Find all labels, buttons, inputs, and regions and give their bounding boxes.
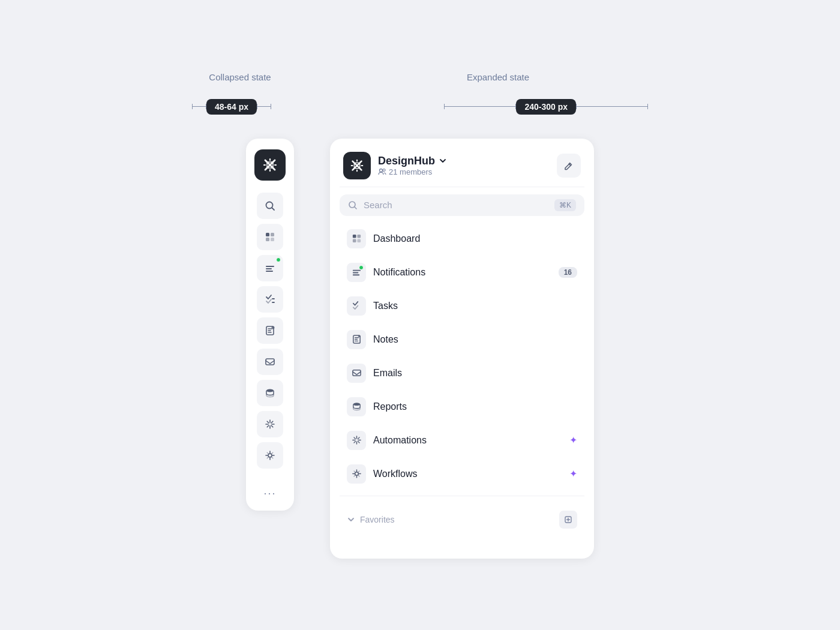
notifications-dot — [359, 265, 364, 270]
search-icon — [348, 200, 358, 210]
automations-icon-btn[interactable] — [257, 411, 283, 437]
svg-rect-19 — [357, 235, 361, 238]
expanded-dim-line-right — [576, 106, 648, 107]
workflows-sparkle: ✦ — [569, 468, 577, 479]
svg-point-28 — [353, 403, 359, 406]
svg-rect-6 — [266, 266, 274, 267]
nav-item-reports[interactable]: Reports — [340, 391, 584, 422]
workflows-icon-btn[interactable] — [257, 442, 283, 469]
workflows-label: Workflows — [373, 469, 562, 479]
expanded-dim-line-left — [444, 106, 516, 107]
svg-point-10 — [272, 326, 275, 329]
reports-icon — [347, 397, 366, 416]
notifications-icon-btn[interactable] — [257, 255, 283, 281]
notes-icon — [347, 330, 366, 349]
nav-item-automations[interactable]: Automations ✦ — [340, 425, 584, 456]
svg-point-15 — [380, 169, 383, 172]
chevron-down-icon — [347, 515, 355, 524]
svg-rect-8 — [266, 271, 273, 272]
collapsed-state-label: Collapsed state — [192, 72, 288, 82]
sidebar-header: DesignHub 21 members — [340, 149, 584, 187]
page-wrapper: Collapsed state Expanded state 48-64 px … — [0, 36, 840, 595]
svg-rect-18 — [352, 235, 356, 238]
expanded-dim-pill: 240-300 px — [516, 99, 576, 115]
svg-point-12 — [266, 389, 274, 392]
svg-rect-4 — [266, 238, 269, 241]
org-info: DesignHub 21 members — [378, 155, 447, 176]
automations-icon — [347, 431, 366, 450]
tasks-label: Tasks — [373, 301, 577, 311]
favorites-label: Favorites — [360, 515, 554, 524]
dashboard-icon-btn[interactable] — [257, 224, 283, 250]
svg-rect-5 — [271, 238, 274, 241]
sidebars-row: ··· DesignHub — [246, 139, 594, 559]
nav-item-tasks[interactable]: Tasks — [340, 290, 584, 322]
nav-item-dashboard[interactable]: Dashboard — [340, 223, 584, 254]
notification-dot — [276, 257, 281, 262]
tasks-icon — [347, 296, 366, 316]
search-placeholder: Search — [364, 200, 548, 210]
expanded-dimension: 240-300 px — [444, 99, 648, 115]
search-icon-btn[interactable] — [257, 193, 283, 219]
notifications-icon — [347, 263, 366, 282]
org-name[interactable]: DesignHub — [378, 155, 447, 167]
logo-expanded — [343, 152, 371, 179]
notes-icon-btn[interactable] — [257, 317, 283, 344]
automations-sparkle: ✦ — [569, 434, 577, 446]
nav-item-workflows[interactable]: Workflows ✦ — [340, 458, 584, 490]
notes-label: Notes — [373, 334, 577, 345]
org-members: 21 members — [378, 167, 447, 176]
svg-rect-2 — [266, 233, 269, 236]
search-bar[interactable]: Search ⌘K — [340, 194, 584, 216]
tasks-icon-btn[interactable] — [257, 286, 283, 313]
header-left: DesignHub 21 members — [343, 152, 447, 179]
reports-icon-btn[interactable] — [257, 380, 283, 406]
divider — [340, 496, 584, 496]
nav-item-emails[interactable]: Emails — [340, 358, 584, 389]
logo-collapsed — [254, 149, 286, 181]
collapsed-dim-line-right — [257, 106, 271, 107]
collapsed-dimension: 48-64 px — [192, 99, 271, 115]
automations-label: Automations — [373, 435, 562, 446]
svg-rect-3 — [271, 233, 274, 236]
nav-item-notifications[interactable]: Notifications 16 — [340, 257, 584, 288]
add-favorites-button[interactable] — [559, 511, 577, 529]
svg-rect-7 — [266, 268, 272, 269]
dimension-row: 48-64 px 240-300 px — [192, 99, 648, 115]
favorites-row[interactable]: Favorites — [340, 505, 584, 535]
dashboard-label: Dashboard — [373, 233, 577, 244]
emails-icon-btn[interactable] — [257, 349, 283, 375]
dashboard-icon — [347, 229, 366, 248]
svg-rect-24 — [352, 274, 359, 275]
svg-point-13 — [268, 454, 272, 457]
notifications-label: Notifications — [373, 267, 551, 278]
workflows-icon — [347, 464, 366, 484]
emails-icon — [347, 364, 366, 383]
svg-rect-23 — [352, 272, 358, 274]
labels-row: Collapsed state Expanded state — [192, 72, 648, 82]
svg-point-16 — [383, 169, 385, 172]
more-icon[interactable]: ··· — [263, 487, 276, 500]
sidebar-collapsed: ··· — [246, 139, 294, 511]
search-shortcut: ⌘K — [554, 199, 576, 211]
nav-item-notes[interactable]: Notes — [340, 324, 584, 355]
svg-point-1 — [266, 202, 273, 208]
notifications-badge: 16 — [559, 267, 577, 278]
emails-label: Emails — [373, 368, 577, 379]
svg-rect-22 — [352, 270, 360, 271]
expanded-state-label: Expanded state — [348, 72, 648, 82]
edit-button[interactable] — [557, 154, 581, 178]
reports-label: Reports — [373, 401, 577, 412]
svg-rect-20 — [352, 239, 356, 242]
sidebar-expanded: DesignHub 21 members Search — [330, 139, 594, 559]
svg-point-26 — [358, 335, 360, 337]
svg-point-29 — [355, 472, 358, 476]
svg-rect-21 — [357, 239, 361, 242]
collapsed-dim-line-left — [192, 106, 206, 107]
collapsed-dim-pill: 48-64 px — [206, 99, 257, 115]
